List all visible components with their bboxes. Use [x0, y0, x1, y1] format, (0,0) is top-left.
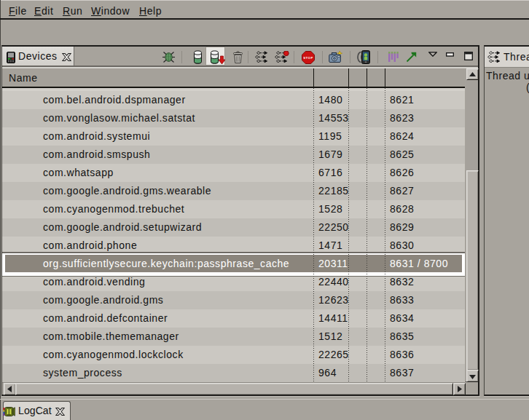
svg-text:STOP: STOP [303, 56, 313, 60]
